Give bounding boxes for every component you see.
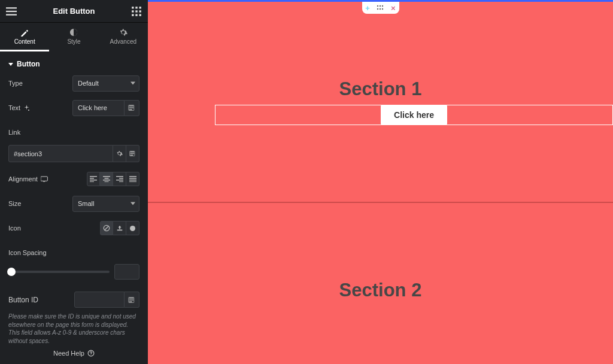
link-options-button[interactable] [113, 145, 126, 162]
button-id-input[interactable] [74, 292, 125, 308]
svg-point-39 [377, 5, 378, 7]
svg-point-44 [382, 8, 383, 10]
svg-rect-30 [129, 176, 136, 177]
drag-section-icon[interactable] [377, 5, 384, 11]
editor-canvas[interactable]: + × Section 1 Click here Section 2 [148, 0, 613, 364]
section-toggle[interactable]: Button [8, 51, 139, 74]
svg-point-40 [380, 5, 381, 7]
align-center[interactable] [100, 172, 113, 186]
apps-icon[interactable] [131, 6, 142, 17]
row-type: Type Default [8, 74, 139, 92]
svg-rect-3 [132, 7, 133, 8]
link-dynamic-button[interactable] [126, 145, 139, 162]
editor-sidebar: Edit Button Content Style Advanced Butto… [0, 0, 148, 364]
row-size: Size Small [8, 195, 139, 213]
link-input[interactable] [8, 145, 113, 162]
chevron-down-icon [131, 202, 135, 205]
close-section-icon[interactable]: × [391, 4, 396, 12]
svg-rect-26 [116, 176, 123, 177]
row-link [8, 145, 139, 162]
tab-style[interactable]: Style [49, 23, 98, 51]
svg-rect-18 [90, 176, 97, 177]
svg-rect-31 [129, 178, 136, 179]
slider-thumb[interactable] [7, 268, 16, 276]
svg-rect-4 [135, 7, 137, 8]
svg-rect-2 [6, 14, 17, 15]
row-icon: Icon [8, 219, 139, 237]
svg-rect-5 [139, 7, 141, 8]
svg-point-13 [28, 109, 29, 110]
svg-point-41 [382, 5, 383, 7]
preview-button[interactable]: Click here [381, 105, 447, 125]
svg-point-42 [377, 8, 378, 10]
size-select[interactable]: Small [72, 196, 139, 212]
text-input[interactable] [72, 100, 125, 116]
row-text: Text [8, 99, 139, 117]
tab-content[interactable]: Content [0, 23, 49, 51]
icon-none[interactable] [100, 221, 113, 235]
tab-label: Style [67, 38, 80, 45]
svg-rect-25 [104, 181, 108, 182]
button-id-help: Please make sure the ID is unique and no… [8, 313, 139, 345]
align-left[interactable] [87, 172, 100, 186]
svg-rect-0 [6, 7, 17, 8]
align-right[interactable] [113, 172, 126, 186]
label-size: Size [8, 200, 21, 207]
svg-rect-23 [104, 178, 108, 179]
size-value: Small [78, 200, 95, 207]
controls-panel: Button Type Default Text [0, 51, 148, 353]
button-id-dynamic[interactable] [125, 292, 139, 308]
section-add-bar: + × [362, 2, 399, 14]
label-icon: Icon [8, 225, 21, 232]
canvas-section-2[interactable]: Section 2 [148, 203, 613, 364]
menu-icon[interactable] [6, 6, 17, 17]
svg-rect-22 [103, 176, 110, 177]
add-section-icon[interactable]: + [365, 4, 370, 12]
responsive-icon[interactable] [41, 176, 48, 182]
row-link-label: Link [8, 123, 139, 141]
svg-rect-28 [116, 180, 123, 181]
svg-rect-6 [132, 10, 133, 12]
svg-rect-20 [90, 180, 97, 181]
svg-rect-9 [132, 14, 133, 16]
dynamic-tags-button[interactable] [125, 100, 139, 116]
icon-library[interactable] [126, 221, 139, 235]
slider-track[interactable] [8, 271, 110, 273]
svg-rect-7 [135, 10, 137, 12]
need-help-link[interactable]: Need Help [0, 350, 148, 357]
svg-point-38 [91, 354, 92, 355]
svg-rect-32 [129, 180, 136, 181]
row-icon-spacing [8, 263, 139, 281]
label-link: Link [8, 129, 139, 136]
sidebar-header: Edit Button [0, 0, 148, 23]
tab-advanced[interactable]: Advanced [99, 23, 148, 51]
icon-spacing-input[interactable] [114, 264, 139, 280]
button-widget-outline[interactable]: Click here [215, 105, 613, 125]
label-button-id: Button ID [8, 296, 74, 304]
svg-line-35 [105, 226, 109, 230]
tab-label: Advanced [110, 38, 136, 45]
svg-rect-16 [41, 177, 47, 181]
svg-point-43 [380, 8, 381, 10]
canvas-section-1[interactable]: Section 1 Click here [148, 2, 613, 203]
svg-rect-27 [119, 178, 123, 179]
svg-rect-8 [139, 10, 141, 12]
type-value: Default [78, 80, 99, 87]
label-type: Type [8, 80, 23, 87]
tab-label: Content [14, 38, 35, 45]
align-justify[interactable] [126, 172, 139, 186]
section-2-title: Section 2 [339, 280, 422, 301]
svg-rect-19 [90, 178, 94, 179]
panel-tabs: Content Style Advanced [0, 23, 148, 51]
svg-rect-29 [119, 181, 123, 182]
chevron-down-icon [131, 82, 135, 85]
type-select[interactable]: Default [72, 75, 139, 92]
label-icon-spacing: Icon Spacing [8, 249, 139, 256]
svg-rect-24 [103, 180, 110, 181]
svg-rect-33 [129, 181, 136, 182]
section-1-title: Section 1 [339, 78, 422, 100]
svg-rect-17 [43, 181, 45, 182]
icon-upload[interactable] [113, 221, 126, 235]
alignment-group [87, 172, 139, 186]
svg-rect-10 [135, 14, 137, 16]
